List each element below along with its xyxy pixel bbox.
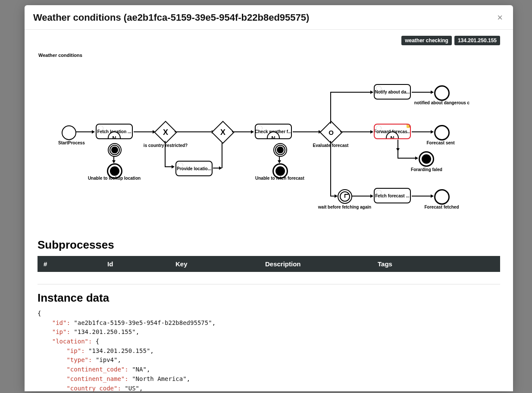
flow-arrow	[340, 131, 373, 132]
tag-ip: 134.201.250.155	[454, 36, 500, 45]
flow-arrow	[330, 196, 337, 196]
diagram-title: Weather conditions	[38, 53, 82, 58]
task-type-icon	[257, 125, 263, 131]
task-type-icon	[376, 190, 382, 195]
end-label-location-fail: Unable to lookup location	[86, 176, 142, 181]
bpmn-diagram: Weather conditions StartProcess Fetch lo…	[38, 45, 500, 226]
col-id: Id	[101, 256, 169, 272]
timer-label: wait before fetching again	[316, 205, 374, 209]
modal-header: Weather conditions (ae2b1fca-5159-39e5-9…	[25, 5, 513, 30]
flow-arrow	[412, 196, 433, 196]
subprocesses-heading: Subprocesses	[38, 238, 500, 252]
tag-weather: weather checking	[401, 36, 452, 45]
flow-arrow	[279, 156, 280, 163]
end-label-forecast-fetch-fail: Unable to fetch forecast	[254, 176, 306, 181]
flow-line	[165, 141, 166, 167]
col-index: #	[38, 256, 101, 272]
boundary-error-check-weather[interactable]	[273, 143, 287, 157]
flow-arrow	[412, 92, 433, 93]
flow-line	[397, 151, 398, 158]
warning-icon: !	[407, 124, 411, 128]
end-label-forecast-sent: Forecast sent	[423, 140, 458, 145]
task-provide-location[interactable]: Provide locatio...	[175, 161, 213, 176]
col-description: Description	[259, 256, 372, 272]
gateway-country-restricted[interactable]: X	[154, 121, 177, 144]
instance-data-json[interactable]: { "id": "ae2b1fca-5159-39e5-954f-b22b8ed…	[38, 309, 500, 391]
flow-line	[222, 141, 222, 168]
tags-row: weather checking 134.201.250.155	[38, 36, 500, 45]
task-notify-danger[interactable]: Notify about da...	[374, 84, 411, 100]
end-event-forecast-fetched[interactable]	[434, 189, 450, 205]
flow-arrow	[397, 158, 418, 159]
flow-line	[330, 141, 331, 196]
modal-title: Weather conditions (ae2b1fca-5159-39e5-9…	[33, 12, 309, 23]
end-label-forecast-fetched: Forecast fetched	[421, 205, 462, 209]
task-type-icon	[376, 125, 382, 131]
flow-line	[330, 92, 331, 124]
col-key: Key	[169, 256, 259, 272]
task-fetch-location[interactable]: Fetch location ... N	[96, 124, 133, 139]
flow-arrow	[175, 131, 214, 132]
task-type-icon	[98, 125, 103, 131]
timer-event-wait[interactable]	[338, 189, 352, 204]
end-event-forward-failed[interactable]	[419, 151, 434, 167]
end-label-danger-notified: notified about dangerous c	[414, 100, 470, 105]
flow-arrow	[113, 156, 114, 163]
close-button[interactable]: ×	[495, 13, 504, 22]
end-event-forecast-sent[interactable]	[434, 125, 450, 140]
subprocesses-table: # Id Key Description Tags	[38, 256, 500, 272]
flow-arrow	[76, 131, 94, 132]
gateway-merge[interactable]: X	[211, 121, 235, 144]
flow-arrow	[134, 131, 155, 132]
task-type-icon	[376, 86, 382, 91]
end-label-forward-failed: Forarding faled	[408, 167, 445, 172]
flow-arrow	[352, 196, 373, 196]
flow-arrow	[397, 140, 398, 151]
subprocesses-table-header: # Id Key Description Tags	[38, 256, 500, 272]
modal-dialog: Weather conditions (ae2b1fca-5159-39e5-9…	[25, 5, 513, 391]
end-event-danger-notified[interactable]	[434, 85, 450, 101]
task-fetch-forecast[interactable]: Fetch forecast ...	[374, 188, 411, 203]
flow-arrow	[412, 131, 433, 132]
flow-arrow	[293, 131, 321, 132]
task-type-icon	[178, 162, 183, 168]
task-forward-forecast[interactable]: Forward forecas... N !	[374, 124, 411, 139]
boundary-error-fetch-location[interactable]	[108, 143, 122, 157]
flow-arrow	[165, 166, 174, 167]
start-event-label: StartProcess	[58, 140, 80, 145]
flow-arrow	[330, 92, 373, 93]
col-tags: Tags	[372, 256, 500, 272]
gateway-label-country-restricted: is country restricted?	[142, 143, 189, 148]
modal-body[interactable]: weather checking 134.201.250.155 Weather…	[25, 30, 513, 391]
task-check-weather[interactable]: Check weather f... N	[255, 124, 292, 139]
start-event[interactable]	[62, 125, 76, 140]
instance-data-heading: Instance data	[38, 284, 500, 305]
flow-line	[213, 168, 222, 168]
gateway-evaluate-forecast[interactable]: O	[319, 121, 343, 144]
flow-arrow	[232, 131, 253, 132]
